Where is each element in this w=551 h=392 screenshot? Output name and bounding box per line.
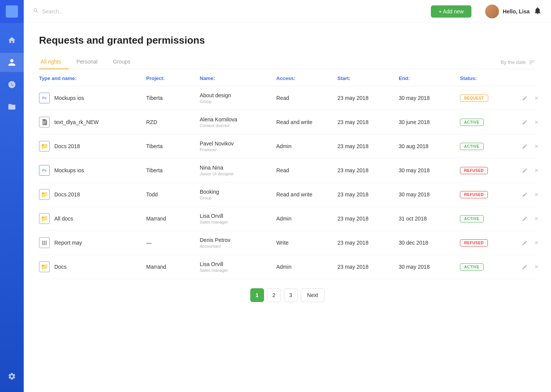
end-cell: 30 aug 2018 [399, 143, 460, 149]
end-cell: 30 june 2018 [399, 119, 460, 125]
actions-cell [521, 215, 544, 222]
file-name: Mockups ios [54, 95, 84, 101]
status-cell: REFUSED [460, 167, 521, 174]
sidebar-item-documents[interactable] [0, 97, 24, 116]
status-cell: REFUSED [460, 239, 521, 247]
name-cell: About design Group [200, 92, 276, 104]
col-end: End: [399, 75, 460, 81]
person-role: Sales manager [200, 220, 276, 224]
delete-button[interactable] [533, 167, 540, 174]
person-role: Producer [200, 147, 276, 152]
tab-groups[interactable]: Groups [105, 56, 138, 69]
actions-cell [521, 143, 544, 150]
delete-button[interactable] [533, 263, 540, 270]
tab-personal[interactable]: Personal [69, 56, 105, 69]
delete-button[interactable] [533, 215, 540, 222]
name-cell: Lisa Orvill Sales manager [200, 261, 276, 273]
type-cell: Ps Mockups ios [39, 165, 146, 176]
actions-cell [521, 191, 544, 198]
file-name: Mockups ios [54, 167, 84, 173]
end-cell: 30 may 2018 [399, 191, 460, 198]
person-role: Junior UI designer [200, 172, 276, 176]
col-start: Start: [337, 75, 399, 81]
status-badge: REQUEST [460, 95, 488, 102]
bell-icon[interactable] [533, 7, 542, 16]
project-cell: RZD [146, 119, 200, 125]
status-cell: REFUSED [460, 191, 521, 198]
page-1-button[interactable]: 1 [250, 288, 264, 302]
status-badge: ACTIVE [460, 143, 484, 150]
content-area: Requests and granted permissions All rig… [24, 23, 551, 392]
type-cell: Report may [39, 237, 146, 248]
name-cell: Booking Group [200, 189, 276, 200]
page-2-button[interactable]: 2 [267, 288, 281, 302]
delete-button[interactable] [533, 239, 540, 246]
access-cell: Read [276, 95, 337, 101]
person-name: Pavel Novikov [200, 140, 276, 147]
type-cell: text_dlya_rk_NEW [39, 117, 146, 127]
edit-button[interactable] [521, 95, 528, 102]
sidebar-item-time[interactable] [0, 75, 24, 94]
project-cell: — [146, 240, 200, 246]
table-row: 📁 Docs 2018 Todd Booking Group Read and … [39, 183, 536, 207]
col-status: Status: [460, 75, 521, 81]
delete-button[interactable] [533, 143, 540, 150]
add-new-button[interactable]: + Add new [431, 5, 471, 18]
page-next-button[interactable]: Next [301, 288, 325, 302]
edit-button[interactable] [521, 119, 528, 126]
delete-button[interactable] [533, 95, 540, 101]
sort-control[interactable]: By the date [500, 59, 536, 66]
edit-icon [522, 240, 528, 246]
search-icon [33, 8, 39, 15]
tab-all-rights[interactable]: All rights [39, 56, 69, 69]
sidebar-item-settings[interactable] [0, 367, 24, 386]
end-cell: 30 may 2018 [399, 167, 460, 173]
type-cell: 📁 Docs 2018 [39, 189, 146, 200]
file-name: Report may [54, 240, 82, 246]
search-input[interactable] [42, 8, 119, 15]
sidebar-item-home[interactable] [0, 31, 24, 50]
page-3-button[interactable]: 3 [284, 288, 298, 302]
status-cell: ACTIVE [460, 263, 521, 271]
edit-button[interactable] [521, 191, 528, 198]
table-row: 📁 Docs Marrand Lisa Orvill Sales manager… [39, 255, 536, 279]
name-cell: Nina Nina Junior UI designer [200, 165, 276, 176]
person-role: Sales manager [200, 268, 276, 273]
start-cell: 23 may 2018 [337, 264, 399, 270]
access-cell: Read [276, 167, 337, 173]
search-container [33, 8, 226, 15]
edit-button[interactable] [521, 239, 528, 247]
edit-button[interactable] [521, 215, 528, 222]
col-type: Type and name: [39, 75, 146, 81]
file-icon-folder: 📁 [39, 141, 50, 152]
edit-icon [522, 95, 528, 101]
edit-button[interactable] [521, 167, 528, 174]
start-cell: 23 may 2018 [337, 240, 399, 246]
edit-button[interactable] [521, 143, 528, 150]
file-icon-folder: 📁 [39, 261, 50, 272]
file-icon-doc [39, 117, 50, 127]
file-name: text_dlya_rk_NEW [54, 119, 99, 125]
start-cell: 23 may 2018 [337, 95, 399, 101]
sort-icon [529, 59, 536, 66]
delete-button[interactable] [533, 119, 540, 126]
start-cell: 23 may 2018 [337, 143, 399, 149]
file-name: Docs 2018 [54, 191, 80, 198]
person-name: Lisa Orvill [200, 261, 276, 267]
edit-button[interactable] [521, 263, 528, 271]
pagination: 1 2 3 Next [39, 279, 536, 308]
end-cell: 30 may 2018 [399, 264, 460, 270]
status-badge: ACTIVE [460, 119, 484, 126]
person-name: Denis Petrov [200, 237, 276, 243]
sidebar-nav [0, 31, 24, 392]
folder-icon [8, 103, 16, 111]
close-icon [534, 240, 539, 245]
sidebar-item-users[interactable] [0, 53, 24, 72]
main-area: + Add new Hello, Lisa Requests and grant… [24, 0, 551, 392]
project-cell: Tiberta [146, 95, 200, 101]
name-cell: Lisa Orvill Sales manager [200, 213, 276, 224]
status-badge: REFUSED [460, 167, 488, 174]
actions-cell [521, 239, 544, 247]
delete-button[interactable] [533, 191, 540, 198]
edit-icon [522, 216, 528, 222]
